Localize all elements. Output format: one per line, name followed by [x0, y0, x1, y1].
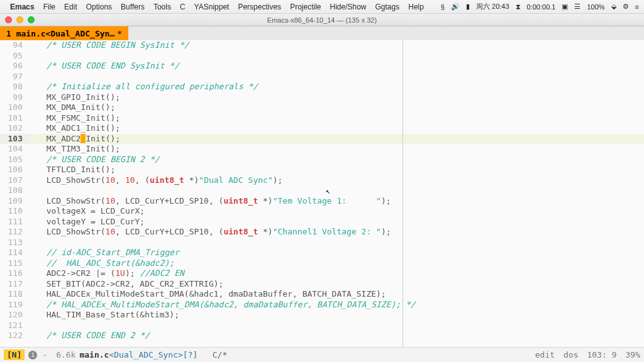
editor-area[interactable]: 9495969798991001011021031041051061071081…: [0, 40, 644, 347]
code-line[interactable]: [30, 321, 644, 331]
code-line[interactable]: [30, 51, 644, 62]
window-titlebar: Emacs-x86_64-10_14 — (135 x 32): [0, 14, 644, 26]
code-line[interactable]: MX_ADC2Init();: [30, 134, 644, 145]
code-line[interactable]: MX_DMA_Init();: [30, 102, 644, 113]
macos-menubar: Emacs File Edit Options Buffers Tools C …: [0, 0, 644, 14]
modeline-edit: edit: [535, 350, 555, 359]
tab-filename: main.c<Dual_ADC_Syn…: [16, 29, 115, 38]
modeline-dash: -: [42, 350, 47, 359]
code-line[interactable]: /* USER CODE BEGIN SysInit */: [30, 40, 644, 51]
tab-dirty-indicator: *: [117, 29, 122, 38]
tab-index: 1: [6, 29, 11, 38]
app-menu[interactable]: Emacs: [10, 3, 35, 11]
code-line[interactable]: [30, 185, 644, 196]
timer-text: 0:00:00.1: [527, 3, 556, 11]
menu-icon[interactable]: ≡: [635, 3, 639, 11]
tray2-icon[interactable]: ☰: [574, 3, 580, 11]
code-line[interactable]: MX_FSMC_Init();: [30, 113, 644, 124]
modeline: [N] i - 6.6k main.c<Dual_ADC_Sync>[?] C/…: [0, 347, 644, 362]
menu-yasnippet[interactable]: YASnippet: [194, 3, 230, 11]
menubar-status: § 🔊 ▮ 周六 20:43 ⧗ 0:00:00.1 ▣ ☰ 100% ⬙ ⚙ …: [441, 2, 639, 11]
menu-buffers[interactable]: Buffers: [121, 3, 145, 11]
settings-icon[interactable]: ⚙: [623, 3, 629, 11]
maximize-button[interactable]: [28, 16, 35, 23]
code-line[interactable]: TFTLCD_Init();: [30, 165, 644, 175]
modeline-percent: 39%: [626, 350, 640, 359]
code-line[interactable]: MX_GPIO_Init();: [30, 92, 644, 103]
window-split-divider[interactable]: [402, 40, 403, 347]
modeline-eol: dos: [564, 350, 578, 359]
menu-hideshow[interactable]: Hide/Show: [330, 3, 366, 11]
code-line[interactable]: voltageY = LCD_CurY;: [30, 217, 644, 228]
code-line[interactable]: LCD_ShowStr(10, 10, (uint8_t *)"Dual ADC…: [30, 175, 644, 186]
modeline-position: 103: 9: [587, 350, 617, 359]
buffer-size: 6.6k: [56, 350, 75, 359]
code-line[interactable]: MX_TIM3_Init();: [30, 144, 644, 155]
menu-edit[interactable]: Edit: [64, 3, 77, 11]
volume-icon[interactable]: 🔊: [451, 3, 460, 11]
text-cursor: [80, 134, 86, 143]
info-icon[interactable]: i: [28, 351, 37, 359]
menu-projectile[interactable]: Projectile: [290, 3, 321, 11]
code-line[interactable]: // HAL_ADC_Start(&hadc2);: [30, 258, 644, 269]
close-button[interactable]: [5, 16, 12, 23]
mouse-cursor-icon: ↖: [326, 186, 330, 197]
code-line[interactable]: // id-ADC_Start_DMA_Trigger: [30, 248, 644, 258]
buffer-tabbar: 1 main.c<Dual_ADC_Syn… *: [0, 26, 644, 40]
code-content[interactable]: /* USER CODE BEGIN SysInit */ /* USER CO…: [30, 40, 644, 347]
code-line[interactable]: /* USER CODE END 2 */: [30, 331, 644, 341]
dropbox-icon[interactable]: ⬙: [611, 3, 616, 11]
code-line[interactable]: /* HAL_ADCEx_MultiModeStart_DMA(&hadc2, …: [30, 300, 644, 310]
battery-text: 100%: [587, 3, 604, 11]
menu-file[interactable]: File: [43, 3, 55, 11]
major-mode[interactable]: C/*: [213, 350, 227, 359]
menu-c[interactable]: C: [180, 3, 186, 11]
evil-state-badge: [N]: [4, 349, 25, 360]
tray-icon[interactable]: ▣: [562, 3, 568, 11]
minimize-button[interactable]: [16, 16, 23, 23]
menu-ggtags[interactable]: Ggtags: [375, 3, 400, 11]
menu-help[interactable]: Help: [408, 3, 424, 11]
clock-text[interactable]: 周六 20:43: [476, 2, 509, 11]
menu-tools[interactable]: Tools: [153, 3, 171, 11]
code-line[interactable]: [30, 72, 644, 82]
code-line[interactable]: voltageX = LCD_CurX;: [30, 206, 644, 217]
code-line[interactable]: LCD_ShowStr(10, LCD_CurY+LCD_SP10, (uint…: [30, 196, 644, 207]
code-line[interactable]: MX_ADC1_Init();: [30, 123, 644, 134]
vcs-status[interactable]: [?]: [183, 350, 197, 359]
menu-options[interactable]: Options: [86, 3, 112, 11]
timer-icon[interactable]: ⧗: [516, 3, 521, 11]
menu-perspectives[interactable]: Perspectives: [238, 3, 281, 11]
code-line[interactable]: /* USER CODE BEGIN 2 */: [30, 155, 644, 165]
code-line[interactable]: /* Initialize all configured peripherals…: [30, 82, 644, 92]
traffic-lights: [0, 16, 35, 23]
code-line[interactable]: HAL_ADCEx_MultiModeStart_DMA(&hadc1, dma…: [30, 289, 644, 300]
code-line[interactable]: /* USER CODE END SysInit */: [30, 61, 644, 72]
code-line[interactable]: ADC2->CR2 |= (1U); //ADC2 EN: [30, 268, 644, 279]
status-icon[interactable]: §: [441, 3, 445, 11]
buffer-name[interactable]: main.c: [79, 350, 109, 359]
code-line[interactable]: LCD_ShowStr(10, LCD_CurY+LCD_SP10, (uint…: [30, 227, 644, 238]
project-name[interactable]: <Dual_ADC_Sync>: [109, 350, 182, 359]
code-line[interactable]: SET_BIT(ADC2->CR2, ADC_CR2_EXTTRIG);: [30, 279, 644, 290]
code-line[interactable]: [30, 238, 644, 248]
bar-icon[interactable]: ▮: [466, 3, 470, 11]
line-number-gutter: 9495969798991001011021031041051061071081…: [0, 40, 30, 347]
window-title: Emacs-x86_64-10_14 — (135 x 32): [267, 16, 377, 24]
code-line[interactable]: HAL_TIM_Base_Start(&htim3);: [30, 310, 644, 321]
buffer-tab-active[interactable]: 1 main.c<Dual_ADC_Syn… *: [0, 26, 128, 40]
